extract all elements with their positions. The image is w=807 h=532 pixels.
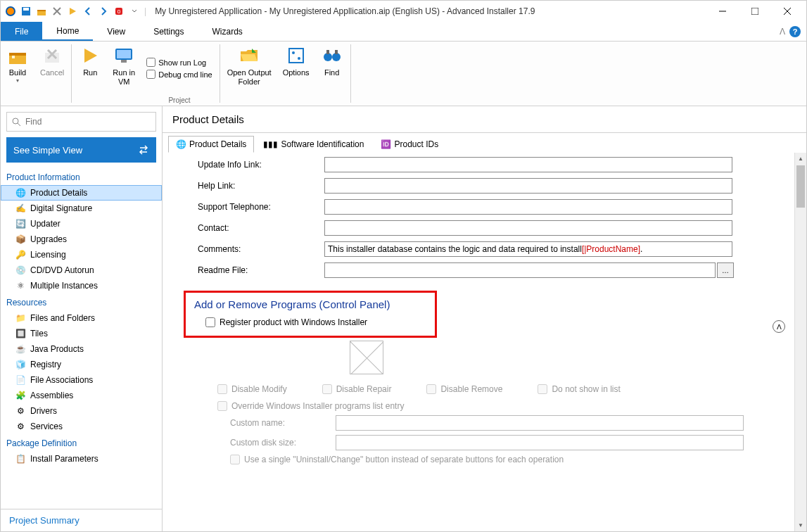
- nav-install-parameters[interactable]: 📋Install Parameters: [1, 451, 162, 467]
- disable-modify-checkbox[interactable]: Disable Modify: [217, 384, 287, 394]
- nav-digital-signature[interactable]: ✍Digital Signature: [1, 201, 162, 216]
- svg-line-32: [18, 123, 20, 126]
- help-icon[interactable]: ?: [789, 26, 801, 37]
- scroll-up-icon[interactable]: ▲: [795, 153, 806, 165]
- support-tel-input[interactable]: [324, 199, 732, 215]
- nav-tiles[interactable]: 🔲Tiles: [1, 326, 162, 341]
- left-nav: See Simple View Product Information 🌐Pro…: [1, 106, 163, 531]
- readme-browse-button[interactable]: …: [717, 262, 734, 278]
- nav-files-folders[interactable]: 📁Files and Folders: [1, 310, 162, 326]
- run-button[interactable]: Run: [73, 42, 107, 106]
- folder-icon: 📁: [15, 312, 26, 324]
- registry-icon: 🧊: [15, 359, 26, 370]
- tab-wizards[interactable]: Wizards: [198, 22, 257, 41]
- qat-dropdown-icon[interactable]: [127, 4, 141, 18]
- highlight-box: Add or Remove Programs (Control Panel) R…: [184, 291, 437, 338]
- nav-file-associations[interactable]: 📄File Associations: [1, 372, 162, 388]
- vertical-scrollbar[interactable]: ▲ ▼: [794, 153, 806, 531]
- svg-rect-11: [751, 8, 758, 15]
- nav-assemblies[interactable]: 🧩Assemblies: [1, 388, 162, 403]
- run-icon[interactable]: [65, 4, 80, 18]
- forward-icon[interactable]: [96, 4, 110, 18]
- do-not-show-checkbox[interactable]: Do not show in list: [538, 384, 620, 394]
- project-summary-link[interactable]: Project Summary: [1, 509, 162, 531]
- update-info-input[interactable]: [324, 157, 732, 172]
- assemblies-icon: 🧩: [15, 390, 26, 401]
- readme-input[interactable]: [324, 262, 716, 278]
- nav-upgrades[interactable]: 📦Upgrades: [1, 232, 162, 247]
- build-icon[interactable]: [34, 4, 49, 18]
- barcode-icon: ▮▮▮: [263, 139, 278, 149]
- build-button[interactable]: Build ▾: [1, 42, 34, 106]
- run-in-vm-button[interactable]: Run in VM: [107, 42, 141, 106]
- scroll-thumb[interactable]: [796, 165, 805, 208]
- file-assoc-icon: 📄: [15, 374, 26, 386]
- nav-product-details[interactable]: 🌐Product Details: [1, 185, 162, 201]
- nav-cddvd-autorun[interactable]: 💿CD/DVD Autorun: [1, 262, 162, 278]
- cancel-icon[interactable]: [50, 4, 64, 18]
- nav-registry[interactable]: 🧊Registry: [1, 357, 162, 372]
- binoculars-icon: [321, 44, 343, 67]
- custom-name-input[interactable]: [336, 415, 744, 431]
- disable-repair-checkbox[interactable]: Disable Repair: [322, 384, 392, 394]
- nav-licensing[interactable]: 🔑Licensing: [1, 247, 162, 262]
- svg-rect-22: [117, 50, 131, 58]
- register-checkbox[interactable]: Register product with Windows Installer: [205, 317, 426, 327]
- svg-rect-15: [9, 53, 26, 56]
- cancel-button[interactable]: Cancel: [34, 42, 70, 106]
- app-icon[interactable]: [4, 4, 18, 18]
- project-group-label: Project: [141, 95, 217, 106]
- minimize-button[interactable]: [706, 1, 739, 22]
- nav-services[interactable]: ⚙Services: [1, 419, 162, 434]
- tab-home[interactable]: Home: [42, 22, 93, 41]
- contact-label: Contact:: [198, 223, 324, 233]
- svg-rect-30: [335, 50, 338, 54]
- icon-placeholder[interactable]: [350, 341, 383, 374]
- options-button[interactable]: Options: [277, 42, 315, 106]
- single-button-checkbox[interactable]: Use a single "Uninstall/Change" button i…: [230, 455, 789, 464]
- save-icon[interactable]: [19, 4, 33, 18]
- find-input[interactable]: [6, 112, 156, 132]
- disc-icon: 💿: [15, 265, 26, 276]
- comments-input[interactable]: This installer database contains the log…: [324, 241, 732, 257]
- open-output-button[interactable]: Open Output Folder: [222, 42, 277, 106]
- contact-input[interactable]: [324, 220, 732, 236]
- tab-settings[interactable]: Settings: [139, 22, 198, 41]
- show-run-log-checkbox[interactable]: Show run Log: [141, 56, 217, 68]
- custom-name-label: Custom name:: [230, 418, 336, 428]
- simple-view-button[interactable]: See Simple View: [6, 137, 156, 163]
- nav-drivers[interactable]: ⚙Drivers: [1, 403, 162, 419]
- close-button[interactable]: [771, 1, 803, 22]
- tab-product-details[interactable]: 🌐Product Details: [168, 136, 254, 153]
- globe-icon: 🌐: [15, 187, 26, 198]
- nav-multiple-instances[interactable]: ⚛Multiple Instances: [1, 278, 162, 293]
- folder-icon: [238, 44, 260, 67]
- notification-icon[interactable]: 0: [112, 4, 126, 18]
- nav-tree[interactable]: Product Information 🌐Product Details ✍Di…: [1, 168, 162, 509]
- scroll-down-icon[interactable]: ▼: [795, 519, 806, 531]
- debug-cmd-checkbox[interactable]: Debug cmd line: [141, 68, 217, 80]
- comments-label: Comments:: [198, 244, 324, 254]
- java-icon: ☕: [15, 343, 26, 355]
- file-menu[interactable]: File: [1, 22, 42, 41]
- custom-disk-input[interactable]: [336, 435, 744, 450]
- help-link-input[interactable]: [324, 178, 732, 194]
- back-icon[interactable]: [81, 4, 95, 18]
- collapse-section-icon[interactable]: ᐱ: [773, 320, 785, 333]
- find-button[interactable]: Find: [315, 42, 349, 106]
- collapse-ribbon-icon[interactable]: ᐱ: [780, 27, 785, 37]
- swap-icon: [138, 144, 149, 156]
- override-checkbox[interactable]: Override Windows Installer programs list…: [217, 401, 789, 411]
- svg-rect-4: [37, 10, 46, 11]
- tab-product-ids[interactable]: 🆔Product IDs: [373, 136, 446, 153]
- quick-access-toolbar: 0: [4, 4, 141, 18]
- disable-remove-checkbox[interactable]: Disable Remove: [426, 384, 502, 394]
- nav-java-products[interactable]: ☕Java Products: [1, 341, 162, 357]
- tab-view[interactable]: View: [93, 22, 139, 41]
- build-icon: [6, 44, 29, 67]
- maximize-button[interactable]: [739, 1, 771, 22]
- tab-software-id[interactable]: ▮▮▮Software Identification: [255, 136, 371, 153]
- search-icon: [11, 117, 21, 127]
- instances-icon: ⚛: [15, 280, 26, 291]
- nav-updater[interactable]: 🔄Updater: [1, 216, 162, 232]
